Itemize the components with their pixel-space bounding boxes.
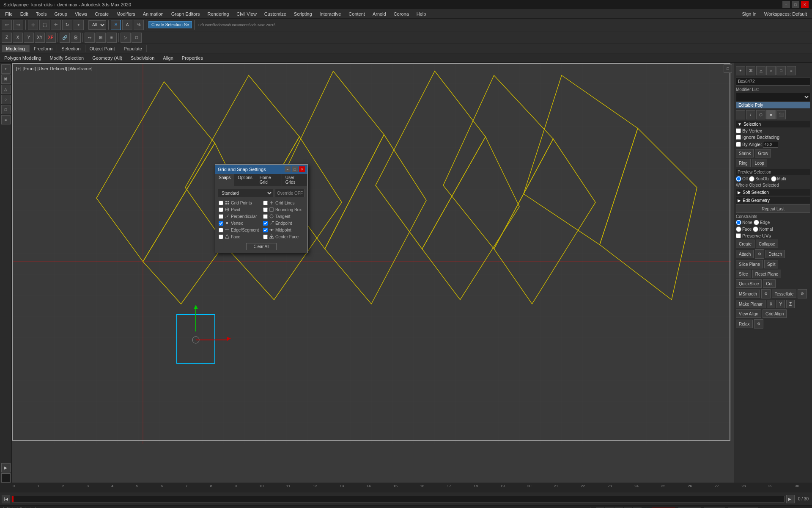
none-radio[interactable] <box>736 220 741 225</box>
tb2-btn3[interactable]: Y <box>24 33 34 43</box>
snap-dialog-minimize[interactable]: − <box>285 166 291 172</box>
sidebar-bottom2[interactable] <box>1 473 11 483</box>
snap-check-pivot[interactable] <box>219 207 223 212</box>
menu-corona[interactable]: Corona <box>390 11 412 17</box>
menu-civil-view[interactable]: Civil View <box>233 11 260 17</box>
ribbon-geometry-all[interactable]: Geometry (All) <box>90 55 125 61</box>
sidebar-utilities[interactable]: ≡ <box>1 115 11 124</box>
by-angle-input[interactable] <box>763 141 778 148</box>
object-name-input[interactable] <box>736 77 810 86</box>
clear-all-button[interactable]: Clear All <box>246 243 276 250</box>
sidebar-motion[interactable]: ○ <box>1 95 11 104</box>
snap-tab-options[interactable]: Options <box>234 174 256 186</box>
tab-modeling[interactable]: Modeling <box>2 45 30 52</box>
sel-icon-vertex[interactable]: · <box>736 110 745 119</box>
view-align-button[interactable]: View Align <box>736 309 761 318</box>
rotate-button[interactable]: ↻ <box>62 20 72 30</box>
select-region-button[interactable]: ⬚ <box>39 20 49 30</box>
menu-rendering[interactable]: Rendering <box>204 11 233 17</box>
snap-dialog-maximize[interactable]: □ <box>292 166 298 172</box>
face-radio[interactable] <box>736 226 741 232</box>
menu-interactive[interactable]: Interactive <box>316 11 345 17</box>
ribbon-polygon-modeling[interactable]: Polygon Modeling <box>2 55 44 61</box>
tb2-view[interactable]: □ <box>132 33 142 43</box>
snap-check-grid-points[interactable] <box>219 201 223 205</box>
snap-tab-user-grids[interactable]: User Grids <box>282 174 307 186</box>
grow-button[interactable]: Grow <box>755 149 771 157</box>
snap-type-dropdown[interactable]: Standard <box>218 189 273 197</box>
tessellate-button[interactable]: Tessellate <box>772 290 796 298</box>
tb2-btn5[interactable]: XP <box>46 33 56 43</box>
menu-help[interactable]: Help <box>413 11 430 17</box>
tb2-render[interactable]: ▷ <box>121 33 131 43</box>
menu-file[interactable]: File <box>2 11 16 17</box>
menu-create[interactable]: Create <box>91 11 112 17</box>
sidebar-create[interactable]: + <box>1 64 11 74</box>
tab-selection[interactable]: Selection <box>57 45 85 52</box>
move-button[interactable]: ✛ <box>51 20 61 30</box>
snap-check-tangent[interactable] <box>263 214 268 219</box>
menu-customize[interactable]: Customize <box>261 11 290 17</box>
slice-button[interactable]: Slice <box>736 270 751 278</box>
filter-dropdown[interactable]: All <box>88 20 106 30</box>
sidebar-modify[interactable]: ⌘ <box>1 75 11 84</box>
timeline-back-button[interactable]: |◀ <box>2 495 10 503</box>
tab-populate[interactable]: Populate <box>119 45 146 52</box>
tb2-align[interactable]: ⊞ <box>96 33 106 43</box>
snap-check-vertex[interactable] <box>219 221 223 226</box>
tb2-btn4[interactable]: XY <box>35 33 45 43</box>
snap-check-center-face[interactable] <box>263 235 268 239</box>
snap-tab-snaps[interactable]: Snaps <box>215 174 234 186</box>
snap-check-bounding-box[interactable] <box>263 207 268 212</box>
sidebar-display[interactable]: □ <box>1 105 11 114</box>
preview-off-radio[interactable] <box>736 176 741 182</box>
workspaces-dropdown[interactable]: Workspaces: Default <box>761 11 810 17</box>
panel-icon-hierarchy[interactable]: △ <box>756 66 765 75</box>
sel-icon-polygon[interactable]: ■ <box>766 110 776 119</box>
z-button[interactable]: Z <box>786 300 795 308</box>
loop-button[interactable]: Loop <box>752 159 767 167</box>
msmooth-button[interactable]: MSmooth <box>736 290 760 298</box>
ribbon-subdivision[interactable]: Subdivision <box>128 55 157 61</box>
timeline-track[interactable] <box>12 496 785 502</box>
sel-icon-element[interactable]: ⬛ <box>776 110 786 119</box>
undo-button[interactable]: ↩ <box>2 20 12 30</box>
grid-align-button[interactable]: Grid Align <box>763 309 787 318</box>
sel-icon-edge[interactable]: / <box>746 110 755 119</box>
snap-check-perpendicular[interactable] <box>219 214 223 219</box>
snap-tab-home-grid[interactable]: Home Grid <box>256 174 282 186</box>
snap-check-face[interactable] <box>219 235 223 239</box>
y-button[interactable]: Y <box>776 300 785 308</box>
split-button[interactable]: Split <box>764 260 778 268</box>
ribbon-align[interactable]: Align <box>160 55 176 61</box>
attach-settings-icon[interactable]: ⚙ <box>755 249 764 259</box>
quickslice-button[interactable]: QuickSlice <box>736 279 762 288</box>
menu-views[interactable]: Views <box>71 11 91 17</box>
tb2-unlink[interactable]: ⛓ <box>71 33 81 43</box>
sidebar-hierarchy[interactable]: △ <box>1 85 11 94</box>
snap-check-grid-lines[interactable] <box>263 201 268 205</box>
tb2-link[interactable]: 🔗 <box>60 33 70 43</box>
viewport[interactable]: [+] [Front] [User Defined] [Wireframe] □… <box>12 63 734 483</box>
select-button[interactable]: ⊹ <box>28 20 38 30</box>
menu-content[interactable]: Content <box>345 11 368 17</box>
tab-freeform[interactable]: Freeform <box>30 45 58 52</box>
panel-icon-utilities[interactable]: ≡ <box>787 66 796 75</box>
menu-edit[interactable]: Edit <box>17 11 32 17</box>
viewport-icon-maximize[interactable]: □ <box>724 64 732 73</box>
tessellate-settings-icon[interactable]: ⚙ <box>798 289 807 298</box>
menu-modifiers[interactable]: Modifiers <box>113 11 139 17</box>
angle-snap[interactable]: A <box>122 20 132 30</box>
tab-object-paint[interactable]: Object Paint <box>85 45 120 52</box>
by-angle-checkbox[interactable] <box>736 142 741 147</box>
edge-radio[interactable] <box>754 220 759 225</box>
tb2-layer[interactable]: ≡ <box>107 33 117 43</box>
scale-button[interactable]: ⌖ <box>74 20 84 30</box>
minimize-button[interactable]: − <box>782 1 790 8</box>
create-button[interactable]: Create <box>736 240 754 248</box>
snap-check-edge-segment[interactable] <box>219 228 223 232</box>
tb2-mirror[interactable]: ⇔ <box>85 33 95 43</box>
ribbon-properties[interactable]: Properties <box>179 55 206 61</box>
by-vertex-checkbox[interactable] <box>736 128 741 133</box>
slice-plane-button[interactable]: Slice Plane <box>736 260 763 268</box>
